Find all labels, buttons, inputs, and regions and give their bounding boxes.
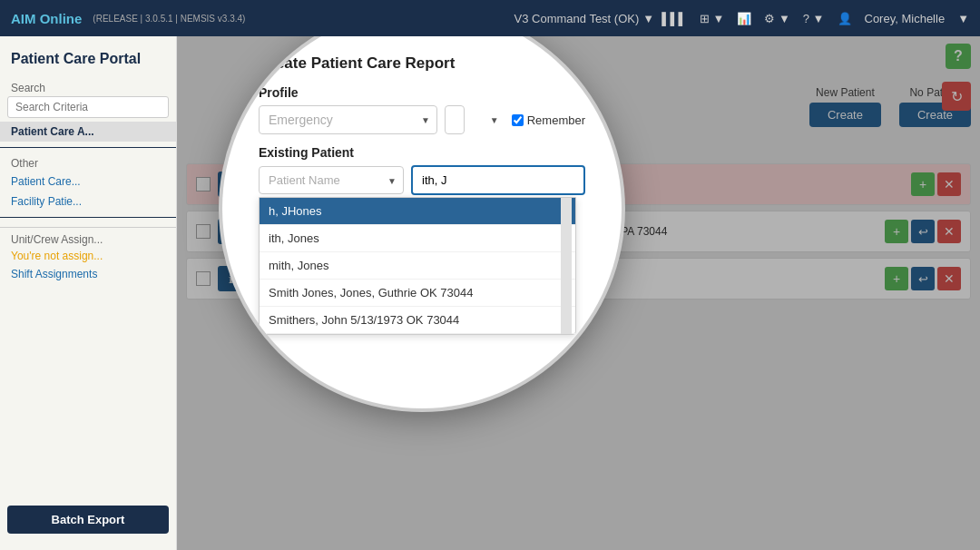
dropdown-item[interactable]: h, JHones [260, 198, 575, 225]
user-icon: 👤 [838, 12, 852, 25]
gear-icon[interactable]: ⚙ ▼ [764, 12, 789, 25]
search-input[interactable] [7, 96, 169, 118]
sidebar: Patient Care Portal Search Patient Care … [0, 36, 177, 550]
profile-dropdown[interactable] [445, 105, 465, 134]
dropdown-item[interactable]: ith, Jones [260, 225, 575, 252]
main-layout: Patient Care Portal Search Patient Care … [0, 36, 980, 550]
not-assigned-link[interactable]: You're not assign... [0, 248, 176, 264]
batch-export-button[interactable]: Batch Export [7, 506, 169, 534]
create-pcr-modal: Create Patient Care Report Profile ▼ [222, 36, 622, 408]
profile-row: ▼ Remember [259, 105, 585, 134]
version-label: (RELEASE | 3.0.5.1 | NEMSIS v3.3.4) [93, 14, 245, 24]
env-caret-icon: ▼ [642, 12, 654, 25]
nav-icons: ▌▌▌ ⊞ ▼ 📊 ⚙ ▼ ? ▼ 👤 Corey, Michelle ▼ [662, 12, 969, 25]
dropdown-item[interactable]: Smithers, John 5/13/1973 OK 73044 [260, 307, 575, 334]
environment-selector[interactable]: V3 Command Test (OK) ▼ [514, 12, 655, 25]
sidebar-title: Patient Care Portal [0, 45, 176, 76]
modal-content: Create Patient Care Report Profile ▼ [222, 36, 622, 408]
patient-name-select-wrap: Patient Name [259, 166, 404, 194]
chart-icon[interactable]: 📊 [737, 12, 751, 25]
existing-patient-row: Patient Name h, JHones ith, Jones mith, … [259, 165, 585, 195]
question-icon[interactable]: ? ▼ [803, 12, 825, 25]
profile-select-wrap [259, 105, 437, 134]
patient-search-input[interactable] [411, 165, 585, 195]
existing-patient-label: Existing Patient [259, 145, 585, 160]
modal-overlay: Create Patient Care Report Profile ▼ [177, 36, 980, 550]
profile-label: Profile [259, 85, 585, 100]
top-navbar: AIM Online (RELEASE | 3.0.5.1 | NEMSIS v… [0, 0, 980, 36]
brand-name: AIM Online [11, 11, 82, 26]
user-caret-icon: ▼ [957, 12, 969, 25]
modal-title: Create Patient Care Report [259, 54, 585, 73]
profile-input[interactable] [259, 105, 437, 134]
remember-checkbox[interactable] [512, 114, 524, 126]
other-section-label: Other [0, 153, 176, 172]
environment-label: V3 Command Test (OK) [514, 12, 640, 25]
sidebar-item-patient-care[interactable]: Patient Care... [0, 172, 176, 192]
grid-icon[interactable]: ⊞ ▼ [700, 12, 724, 25]
remember-label: Remember [512, 113, 585, 127]
patient-name-dropdown[interactable]: Patient Name [259, 166, 404, 194]
sidebar-item-patient-care-active[interactable]: Patient Care A... [0, 122, 176, 142]
signal-icon[interactable]: ▌▌▌ [662, 12, 687, 25]
sidebar-item-facility[interactable]: Facility Patie... [0, 192, 176, 211]
patient-dropdown: h, JHones ith, Jones mith, Jones Smith J… [259, 197, 576, 335]
dropdown-item[interactable]: Smith Jones, Jones, Guthrie OK 73044 [260, 280, 575, 307]
user-label[interactable]: Corey, Michelle [865, 12, 946, 25]
sidebar-divider-1 [0, 147, 176, 148]
shift-assignments-link[interactable]: Shift Assignments [0, 264, 176, 284]
search-section-label: Search [0, 76, 176, 96]
content-area: ? New Patient Create No Patient Create ↻… [177, 36, 980, 550]
unit-crew-label: Unit/Crew Assign... [0, 227, 176, 248]
dropdown-scroll [561, 198, 572, 334]
sidebar-divider-2 [0, 217, 176, 218]
dropdown-item[interactable]: mith, Jones [260, 252, 575, 280]
